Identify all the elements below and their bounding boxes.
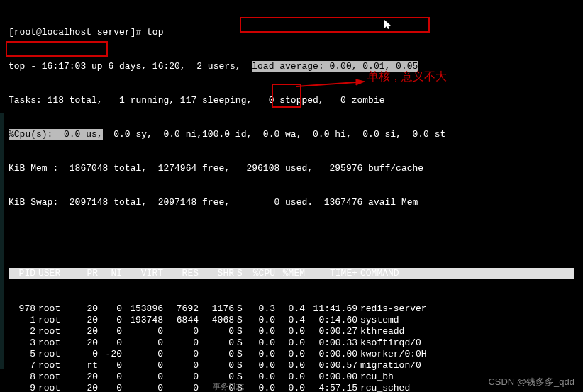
cell-ni: 0	[101, 326, 125, 337]
cell-res: 0	[166, 326, 201, 337]
cell-res: 0	[166, 383, 201, 392]
cell-res: 7692	[166, 303, 201, 315]
cell-user: root	[38, 371, 77, 383]
cell-user: root	[38, 383, 77, 392]
cell-pr: 20	[77, 337, 101, 349]
cell-virt: 193748	[125, 315, 166, 326]
cell-virt: 0	[125, 360, 166, 371]
cell-shr: 1176	[201, 303, 237, 315]
col-s: S	[237, 268, 248, 279]
table-row: 1root20019374868444068S0.00.40:14.60syst…	[9, 315, 574, 326]
cell-virt: 153896	[125, 303, 166, 315]
cpu-us-highlight: %Cpu(s): 0.0 us,	[9, 129, 103, 140]
cell-cpu: 0.0	[248, 360, 278, 371]
table-row: 978root20015389676921176S0.30.411:41.69r…	[9, 303, 574, 315]
cell-shr: 4068	[201, 315, 237, 326]
col-virt: VIRT	[125, 268, 166, 279]
cell-s: S	[237, 315, 248, 326]
cell-mem: 0.4	[278, 303, 308, 315]
cell-mem: 0.0	[278, 349, 308, 360]
cell-virt: 0	[125, 326, 166, 337]
cell-cmd: kthreadd	[360, 326, 574, 337]
cell-pid: 5	[9, 349, 38, 360]
col-time: TIME+	[308, 268, 360, 279]
col-pr: PR	[77, 268, 101, 279]
cell-time: 0:00.27	[308, 326, 360, 337]
cell-time: 0:00.33	[308, 337, 360, 349]
cell-time: 11:41.69	[308, 303, 360, 315]
cell-res: 6844	[166, 315, 201, 326]
cell-pid: 2	[9, 326, 38, 337]
cell-res: 0	[166, 371, 201, 383]
cell-cmd: redis-server	[360, 303, 574, 315]
bottom-tab-fragment: 事务日志	[213, 381, 244, 392]
annotation-text: 单核，意义不大	[367, 71, 447, 82]
terminal[interactable]: [root@localhost server]# top top - 16:17…	[0, 0, 583, 392]
cell-ni: 0	[101, 337, 125, 349]
col-command: COMMAND	[360, 268, 574, 279]
cell-pid: 7	[9, 360, 38, 371]
left-edge-artifact	[0, 113, 4, 369]
cell-ni: 0	[101, 383, 125, 392]
cell-pr: 20	[77, 303, 101, 315]
cell-cpu: 0.0	[248, 326, 278, 337]
cell-s: S	[237, 303, 248, 315]
cell-pr: 20	[77, 326, 101, 337]
table-row: 5root0-20000S0.00.00:00.00kworker/0:0H	[9, 349, 574, 360]
cell-time: 0:00.00	[308, 349, 360, 360]
watermark: CSDN @钱多多_qdd	[488, 376, 574, 388]
col-shr: SHR	[201, 268, 237, 279]
col-pid: PID	[9, 268, 38, 279]
col-ni: NI	[101, 268, 125, 279]
cursor-icon	[384, 20, 392, 30]
cell-shr: 0	[201, 326, 237, 337]
arrow-icon	[296, 78, 367, 92]
cell-mem: 0.0	[278, 383, 308, 392]
cell-s: S	[237, 349, 248, 360]
cell-pid: 978	[9, 303, 38, 315]
cell-cmd: migration/0	[360, 360, 574, 371]
cell-pid: 9	[9, 383, 38, 392]
cell-pr: rt	[77, 360, 101, 371]
cell-virt: 0	[125, 337, 166, 349]
cell-mem: 0.0	[278, 371, 308, 383]
mem-line: KiB Mem : 1867048 total, 1274964 free, 2…	[9, 163, 574, 174]
table-row: 3root200000S0.00.00:00.33ksoftirqd/0	[9, 337, 574, 349]
cell-time: 0:14.60	[308, 315, 360, 326]
col-mem: %MEM	[278, 268, 308, 279]
cell-mem: 0.0	[278, 337, 308, 349]
cell-ni: -20	[101, 349, 125, 360]
cell-cpu: 0.0	[248, 337, 278, 349]
process-table-header: PID USER PR NI VIRT RES SHR S %CPU %MEM …	[9, 268, 574, 279]
cell-pid: 3	[9, 337, 38, 349]
cell-virt: 0	[125, 349, 166, 360]
cell-res: 0	[166, 337, 201, 349]
svg-line-0	[296, 82, 356, 86]
svg-marker-1	[356, 79, 365, 85]
cell-ni: 0	[101, 303, 125, 315]
cell-shr: 0	[201, 349, 237, 360]
cell-user: root	[38, 337, 77, 349]
cell-user: root	[38, 315, 77, 326]
cell-ni: 0	[101, 371, 125, 383]
cell-shr: 0	[201, 360, 237, 371]
cell-res: 0	[166, 360, 201, 371]
cell-cpu: 0.3	[248, 303, 278, 315]
table-row: 2root200000S0.00.00:00.27kthreadd	[9, 326, 574, 337]
cell-user: root	[38, 360, 77, 371]
cell-time: 4:57.15	[308, 383, 360, 392]
cell-shr: 0	[201, 337, 237, 349]
cell-cmd: kworker/0:0H	[360, 349, 574, 360]
cell-cpu: 0.0	[248, 383, 278, 392]
prompt-line: [root@localhost server]# top	[9, 27, 574, 38]
cell-time: 0:00.00	[308, 371, 360, 383]
cell-res: 0	[166, 349, 201, 360]
col-user: USER	[38, 268, 77, 279]
cell-ni: 0	[101, 315, 125, 326]
cell-cmd: ksoftirqd/0	[360, 337, 574, 349]
cell-mem: 0.0	[278, 360, 308, 371]
cell-pid: 1	[9, 315, 38, 326]
cell-pid: 8	[9, 371, 38, 383]
col-res: RES	[166, 268, 201, 279]
cell-pr: 0	[77, 349, 101, 360]
